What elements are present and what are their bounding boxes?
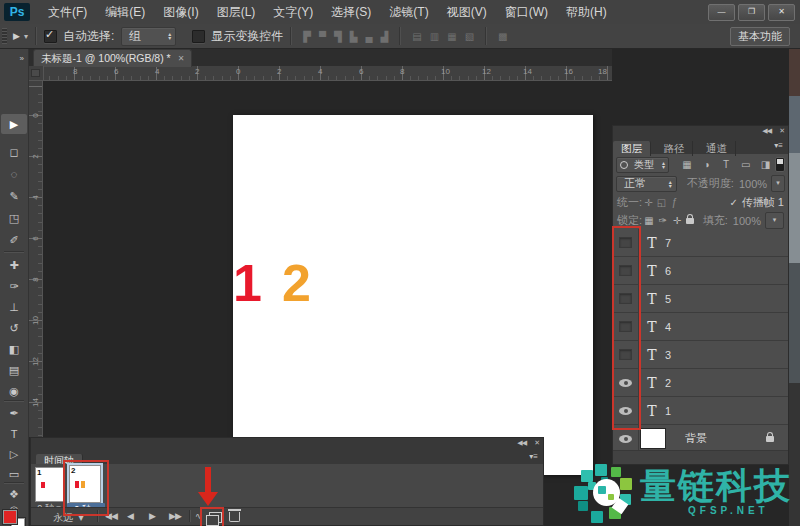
- gradient-tool[interactable]: ▤: [0, 360, 28, 380]
- loop-dropdown[interactable]: 永远 ▾: [53, 511, 84, 525]
- lock-all-icon[interactable]: [686, 218, 694, 224]
- auto-select-checkbox[interactable]: [44, 30, 57, 43]
- menu-window[interactable]: 窗口(W): [496, 0, 557, 24]
- filter-smart-objects-icon[interactable]: ◨: [756, 159, 776, 170]
- foreground-color-swatch[interactable]: [3, 510, 17, 524]
- visibility-toggle[interactable]: [613, 397, 639, 424]
- panel-collapse-icon[interactable]: ◀◀: [762, 127, 771, 135]
- visibility-toggle[interactable]: [613, 285, 639, 312]
- align-hcenter-icon[interactable]: ▄: [361, 31, 376, 42]
- menu-view[interactable]: 视图(V): [438, 0, 496, 24]
- align-vcenter-icon[interactable]: ▀: [315, 31, 330, 42]
- visibility-toggle[interactable]: [613, 369, 639, 396]
- menu-select[interactable]: 选择(S): [322, 0, 380, 24]
- layer-row-4[interactable]: T 4: [613, 313, 788, 341]
- opacity-caret-button[interactable]: ▾: [771, 175, 785, 192]
- menu-layer[interactable]: 图层(L): [208, 0, 265, 24]
- first-frame-button[interactable]: ◀◀: [105, 511, 117, 521]
- document-canvas[interactable]: 1 2: [233, 115, 593, 475]
- menu-type[interactable]: 文字(Y): [264, 0, 322, 24]
- menu-edit[interactable]: 编辑(E): [96, 0, 154, 24]
- panel-close-icon[interactable]: ✕: [534, 439, 539, 447]
- align-bottom-icon[interactable]: ▜: [330, 31, 346, 42]
- layer-row-1[interactable]: T 1: [613, 397, 788, 425]
- animation-frame-2[interactable]: 2: [69, 465, 101, 503]
- healing-brush-tool[interactable]: ✚: [0, 255, 28, 275]
- align-left-icon[interactable]: ▙: [346, 31, 362, 42]
- animation-frame-1[interactable]: 1: [35, 467, 65, 502]
- tab-close-icon[interactable]: ✕: [178, 54, 185, 63]
- toolbar-collapse-icon[interactable]: »: [0, 49, 28, 69]
- menu-image[interactable]: 图像(I): [154, 0, 207, 24]
- visibility-toggle[interactable]: [613, 257, 639, 284]
- panel-collapse-icon[interactable]: ◀◀: [517, 439, 526, 447]
- distribute-left-icon[interactable]: ▧: [461, 31, 478, 42]
- align-right-icon[interactable]: ▟: [377, 31, 393, 42]
- layer-row-background[interactable]: 背景: [613, 425, 788, 453]
- clone-stamp-tool[interactable]: ⊥: [0, 297, 28, 317]
- layer-row-2[interactable]: T 2: [613, 369, 788, 397]
- fill-value[interactable]: 100%: [733, 215, 761, 227]
- move-tool[interactable]: ▶: [1, 114, 27, 134]
- filter-toggle-switch[interactable]: [775, 157, 785, 172]
- propagate-checkbox[interactable]: ✓: [729, 197, 737, 208]
- eraser-tool[interactable]: ◧: [0, 339, 28, 359]
- filter-adjustment-layers-icon[interactable]: ◑: [697, 159, 717, 170]
- unify-position-icon[interactable]: ✛: [642, 197, 655, 208]
- shape-tool[interactable]: ▭: [0, 464, 28, 484]
- tab-channels[interactable]: 通道: [698, 141, 736, 156]
- tool-preset-caret-icon[interactable]: ▾: [24, 32, 28, 41]
- lock-transparency-icon[interactable]: ▦: [642, 215, 656, 226]
- opacity-value[interactable]: 100%: [739, 178, 767, 190]
- history-brush-tool[interactable]: ↺: [0, 318, 28, 338]
- show-transform-checkbox[interactable]: [192, 30, 205, 43]
- pen-tool[interactable]: ✒: [0, 403, 28, 423]
- tab-paths[interactable]: 路径: [655, 141, 693, 156]
- layer-row-6[interactable]: T 6: [613, 257, 788, 285]
- auto-align-layers-icon[interactable]: ▩: [494, 31, 511, 42]
- lock-position-icon[interactable]: ✛: [670, 215, 684, 226]
- quick-selection-tool[interactable]: ✎: [0, 186, 28, 206]
- previous-frame-button[interactable]: ◀: [127, 511, 133, 521]
- new-frame-button[interactable]: [209, 512, 222, 523]
- workspace-button[interactable]: 基本功能: [730, 27, 790, 46]
- brush-tool[interactable]: ✑: [0, 276, 28, 296]
- panel-menu-icon[interactable]: ▾≡: [774, 141, 783, 150]
- menu-help[interactable]: 帮助(H): [557, 0, 616, 24]
- menu-file[interactable]: 文件(F): [39, 0, 96, 24]
- tween-button[interactable]: ∿: [195, 511, 202, 521]
- eyedropper-tool[interactable]: ✐: [0, 230, 28, 250]
- layer-row-7[interactable]: T 7: [613, 229, 788, 257]
- unify-visibility-icon[interactable]: ◱: [655, 197, 668, 208]
- filter-type-layers-icon[interactable]: T: [716, 159, 736, 170]
- minimize-button[interactable]: —: [708, 4, 735, 21]
- distribute-vcenter-icon[interactable]: ▥: [426, 31, 443, 42]
- visibility-toggle[interactable]: [613, 425, 639, 452]
- crop-tool[interactable]: ◳: [0, 208, 28, 228]
- document-tab[interactable]: 未标题-1 @ 100%(RGB/8) * ✕: [33, 49, 192, 67]
- tab-layers[interactable]: 图层: [613, 141, 651, 156]
- layer-row-5[interactable]: T 5: [613, 285, 788, 313]
- visibility-toggle[interactable]: [613, 313, 639, 340]
- align-top-icon[interactable]: ▛: [299, 31, 315, 42]
- play-button[interactable]: ▶: [149, 511, 155, 521]
- next-frame-button[interactable]: ▶▶: [169, 511, 181, 521]
- type-tool[interactable]: T: [0, 424, 28, 444]
- menu-filter[interactable]: 滤镜(T): [380, 0, 437, 24]
- auto-select-dropdown[interactable]: 组 ▴▾: [121, 27, 176, 46]
- visibility-toggle[interactable]: [613, 341, 639, 368]
- distribute-bottom-icon[interactable]: ▦: [443, 31, 460, 42]
- lasso-tool[interactable]: ◌: [0, 164, 28, 184]
- visibility-toggle[interactable]: [613, 229, 639, 256]
- close-button[interactable]: ✕: [768, 4, 795, 21]
- maximize-button[interactable]: ❐: [738, 4, 765, 21]
- move-tool-preset-icon[interactable]: ▶: [13, 31, 20, 41]
- panel-close-icon[interactable]: ✕: [779, 127, 784, 135]
- blend-mode-dropdown[interactable]: 正常 ▴▾: [616, 176, 677, 192]
- layer-row-3[interactable]: T 3: [613, 341, 788, 369]
- filter-shape-layers-icon[interactable]: ▭: [736, 159, 756, 170]
- blur-tool[interactable]: ◉: [0, 381, 28, 401]
- lock-pixels-icon[interactable]: ✑: [656, 215, 670, 226]
- path-selection-tool[interactable]: ▷: [0, 444, 28, 464]
- filter-pixel-layers-icon[interactable]: ▦: [677, 159, 697, 170]
